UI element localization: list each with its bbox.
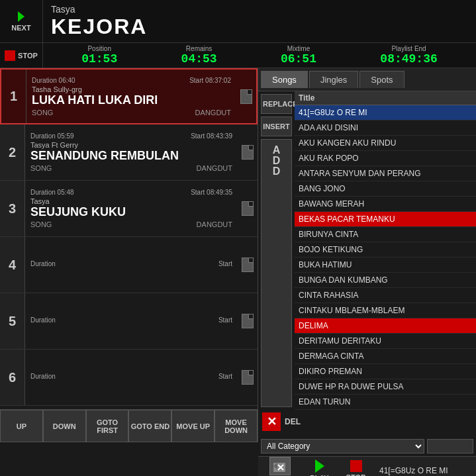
doc-icon [242,258,254,272]
song-list-item[interactable]: AKU KANGEN AKU RINDU [295,136,476,151]
song-list-item[interactable]: ADA AKU DISINI [295,120,476,136]
item-number: 4 [0,237,25,293]
item-meta: Duration 06:40 Start 08:37:02 [32,77,231,84]
playlist-item[interactable]: 2 Duration 05:59 Start 08:43:39 Tasya Ft… [0,124,258,181]
song-list-item[interactable]: BUKA HATIMU [295,258,476,273]
stop-button2[interactable]: STOP [338,457,374,476]
now-playing-text: 41[=G8Uz O RE MI [374,466,476,475]
item-footer: SONG DANGDUT [30,220,232,228]
item-content: Duration Start [25,237,238,293]
tab-spots[interactable]: Spots [359,71,404,88]
down-button[interactable]: DOWN [43,410,86,442]
stop-label: STOP [18,52,38,60]
now-playing-header: Tasya KEJORA [43,0,476,42]
item-meta: Duration Start [30,316,232,324]
insert-button[interactable]: INSERT [261,117,292,136]
song-list-item[interactable]: BAWANG MERAH [295,197,476,212]
remains-field: Remains 04:53 [181,45,217,66]
song-list-item[interactable]: BANG JONO [295,181,476,197]
item-content: Duration Start [25,293,238,349]
del-button[interactable]: ✕ [262,412,281,431]
replace-button[interactable]: REPLACE [261,94,292,114]
next-button[interactable]: NEXT [0,0,43,42]
item-meta: Duration Start [30,260,232,267]
item-number: 1 [1,70,26,123]
songs-list-col: Title 41[=G8Uz O RE MIADA AKU DISINIAKU … [295,91,476,410]
song-list-item[interactable]: 41[=G8Uz O RE MI [295,105,476,120]
bottom-control: CLEAR PLAY STOP 41[=G8Uz O RE MI [258,456,476,476]
main-content: 1 Duration 06:40 Start 08:37:02 Tasha Su… [0,68,476,442]
stop-button[interactable]: STOP [0,43,43,68]
item-content: Duration Start [25,350,238,405]
item-content: Duration 06:40 Start 08:37:02 Tasha Sull… [26,70,236,123]
mixtime-field: Mixtime 06:51 [281,45,316,66]
playlist-item[interactable]: 4 Duration Start [0,237,258,293]
doc-icon [242,314,254,328]
song-list-header: Title [295,91,476,105]
playlist-panel: 1 Duration 06:40 Start 08:37:02 Tasha Su… [0,68,258,442]
song-list-item[interactable]: EDAN TURUN [295,395,476,410]
item-artist: Tasya Ft Gerry [30,141,232,149]
clear-icon [269,457,291,475]
item-content: Duration 05:48 Start 08:49:35 Tasya SEUJ… [25,181,238,236]
clear-button[interactable]: CLEAR [258,457,301,476]
song-list-item[interactable]: CINTAKU MBLAEM-MBLAEM [295,303,476,318]
nav-buttons: UP DOWN GOTO FIRST GOTO END MOVE UP MOVE… [0,409,258,442]
playlist-items: 1 Duration 06:40 Start 08:37:02 Tasha Su… [0,68,258,409]
song-list-item[interactable]: BIRUNYA CINTA [295,227,476,242]
title-col-header: Title [299,93,314,103]
item-song-title: SENANDUNG REMBULAN [30,149,232,163]
artist-name: Tasya [51,4,476,15]
up-button[interactable]: UP [0,410,43,442]
tab-jingles[interactable]: Jingles [309,71,358,88]
item-song-title: LUKA HATI LUKA DIRI [32,93,231,107]
song-list-item[interactable]: AKU RAK POPO [295,151,476,166]
header: NEXT Tasya KEJORA [0,0,476,43]
playlist-item[interactable]: 1 Duration 06:40 Start 08:37:02 Tasha Su… [0,68,258,124]
playlist-item[interactable]: 6 Duration Start [0,350,258,406]
song-list-item[interactable]: ANTARA SENYUM DAN PERANG [295,166,476,181]
search-input[interactable] [427,439,473,453]
item-icon [238,181,258,236]
doc-icon [240,89,252,104]
move-up-button[interactable]: MOVE UP [171,410,214,442]
category-select[interactable]: All Category [261,439,424,453]
song-list-item[interactable]: BUNGA DAN KUMBANG [295,273,476,288]
doc-icon [242,201,254,216]
item-footer: SONG DANGDUT [32,109,231,117]
tabs-bar: Songs Jingles Spots [258,68,476,91]
song-list-item[interactable]: DERITAMU DERITAKU [295,334,476,349]
item-number: 5 [0,293,25,349]
play-button[interactable]: PLAY [301,457,338,476]
position-value: 01:53 [81,52,117,66]
del-row: ✕ DEL [258,410,476,434]
song-list-item[interactable]: BOJO KETIKUNG [295,242,476,258]
tab-songs[interactable]: Songs [261,71,308,88]
playlist-item[interactable]: 5 Duration Start [0,293,258,350]
goto-first-button[interactable]: GOTO FIRST [86,410,129,442]
song-title-big: KEJORA [51,15,476,39]
item-icon [238,124,258,180]
action-buttons-col: REPLACE INSERT A D D [258,91,295,410]
move-down-button[interactable]: MOVE DOWN [214,410,258,442]
playlist-item[interactable]: 3 Duration 05:48 Start 08:49:35 Tasya SE… [0,181,258,237]
item-icon [238,293,258,349]
song-list-item[interactable]: DERMAGA CINTA [295,349,476,364]
stop-label2: STOP [346,473,366,476]
playlist-end-label: Playlist End [391,45,426,52]
add-button[interactable]: A D D [261,139,292,407]
song-list-item[interactable]: DIKIRO PREMAN [295,364,476,379]
song-list-item[interactable]: DUWE HP RA DUWE PULSA [295,379,476,395]
category-row: All Category [258,436,476,456]
remains-label: Remains [186,45,212,52]
song-list-item[interactable]: BEKAS PACAR TEMANKU [295,212,476,227]
transport-bar: STOP Position 01:53 Remains 04:53 Mixtim… [0,43,476,68]
song-list-item[interactable]: CINTA RAHASIA [295,288,476,303]
position-label: Position [87,45,111,52]
mixtime-label: Mixtime [287,45,310,52]
song-list-item[interactable]: DELIMA [295,318,476,334]
item-meta: Duration Start [30,373,232,380]
item-number: 6 [0,350,25,405]
goto-end-button[interactable]: GOTO END [128,410,171,442]
right-section: Songs Jingles Spots REPLACE INSERT A D D… [258,68,476,442]
